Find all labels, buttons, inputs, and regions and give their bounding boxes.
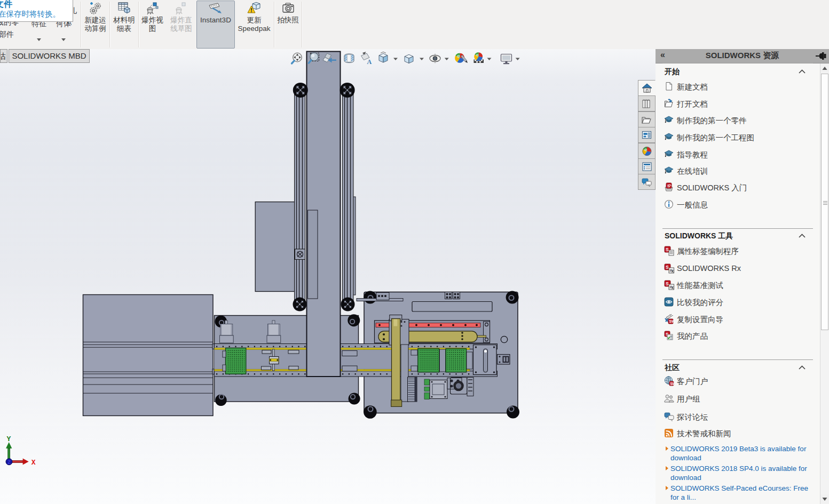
svg-text:S: S [666, 265, 669, 270]
svg-text:SW: SW [670, 382, 675, 386]
svg-text:Z: Z [7, 460, 11, 466]
svg-text:SW: SW [669, 319, 675, 323]
svg-text:X: X [31, 459, 36, 467]
svg-text:S: S [667, 183, 670, 188]
svg-text:S: S [666, 281, 669, 286]
svg-text:A: A [367, 58, 372, 66]
svg-text:Y: Y [7, 435, 11, 443]
svg-text:S: S [666, 247, 669, 252]
